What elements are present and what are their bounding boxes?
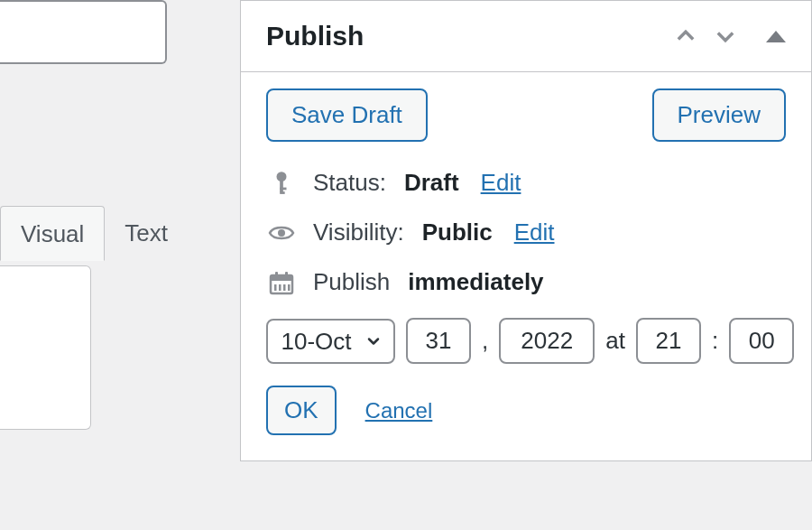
svg-point-0: [277, 172, 287, 181]
visibility-row: Visibility: Public Edit: [268, 219, 786, 246]
panel-order-controls: [672, 23, 786, 50]
tab-text-label: Text: [125, 219, 168, 246]
eye-icon: [268, 223, 295, 243]
month-select[interactable]: 10-Oct: [266, 319, 395, 364]
preview-button[interactable]: Preview: [652, 88, 786, 142]
collapse-panel-icon[interactable]: [766, 31, 786, 42]
schedule-label-prefix: Publish: [313, 268, 390, 296]
tab-text[interactable]: Text: [105, 206, 188, 261]
visibility-value: Public: [422, 219, 493, 246]
comma-separator: ,: [482, 327, 488, 355]
schedule-row: Publish immediately: [268, 268, 786, 296]
hour-input[interactable]: [636, 318, 701, 364]
svg-rect-11: [283, 284, 286, 291]
svg-point-4: [278, 229, 285, 237]
year-input[interactable]: [499, 318, 595, 364]
svg-rect-3: [280, 191, 285, 194]
svg-rect-1: [280, 181, 283, 192]
svg-rect-12: [288, 284, 291, 291]
tab-visual-label: Visual: [21, 220, 84, 247]
status-edit-link[interactable]: Edit: [481, 169, 521, 197]
status-row: Status: Draft Edit: [268, 169, 786, 197]
at-text: at: [605, 327, 625, 355]
schedule-confirm-row: OK Cancel: [266, 386, 786, 435]
visibility-label: Visibility:: [313, 219, 404, 246]
svg-rect-2: [280, 187, 286, 190]
colon-separator: :: [712, 327, 718, 355]
cancel-link[interactable]: Cancel: [365, 398, 433, 423]
publish-actions-row: Save Draft Preview: [266, 88, 786, 142]
svg-rect-10: [279, 284, 281, 291]
publish-panel-header: Publish: [241, 1, 811, 72]
publish-panel: Publish Save Draft Preview: [240, 0, 812, 461]
svg-rect-7: [275, 272, 278, 278]
svg-rect-9: [274, 284, 277, 291]
day-input[interactable]: [406, 318, 471, 364]
schedule-date-controls: 10-Oct , at :: [266, 318, 786, 364]
publish-panel-title: Publish: [266, 21, 364, 51]
ok-button[interactable]: OK: [266, 386, 337, 435]
tab-visual[interactable]: Visual: [0, 206, 105, 261]
calendar-icon: [268, 270, 295, 295]
minute-input[interactable]: [729, 318, 794, 364]
status-value: Draft: [404, 169, 459, 197]
title-input-fragment[interactable]: [0, 0, 167, 64]
key-icon: [268, 171, 295, 196]
editor-tabs: Visual Text: [0, 206, 188, 261]
save-draft-button[interactable]: Save Draft: [266, 88, 428, 142]
status-label: Status:: [313, 169, 386, 197]
move-up-icon[interactable]: [672, 23, 699, 50]
publish-panel-body: Save Draft Preview Status: Draft Edit: [241, 72, 811, 460]
editor-body-fragment[interactable]: [0, 265, 91, 430]
svg-rect-8: [285, 272, 288, 278]
move-down-icon[interactable]: [712, 23, 739, 50]
visibility-edit-link[interactable]: Edit: [514, 219, 555, 246]
schedule-label-value: immediately: [408, 268, 543, 296]
svg-rect-6: [271, 275, 292, 281]
